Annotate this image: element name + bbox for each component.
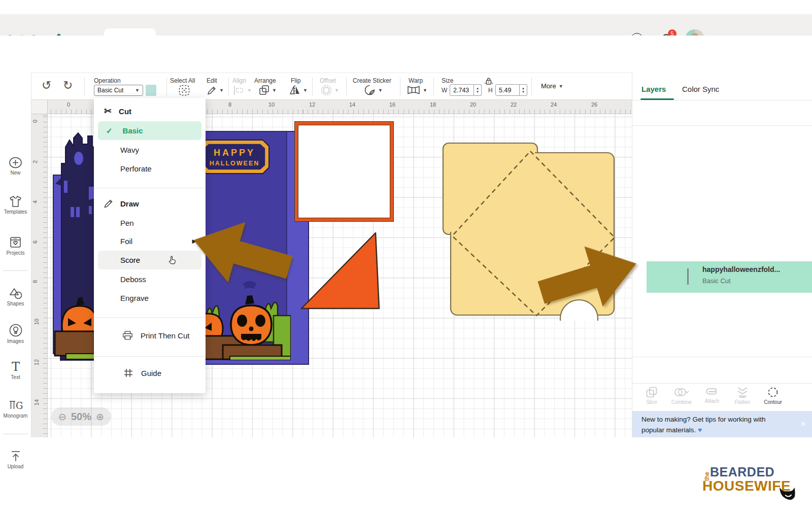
ruler-label: 12 (309, 101, 315, 108)
sidebar-item-label: Shapes (0, 301, 31, 306)
ruler-label: 26 (591, 101, 597, 108)
arrange-layers-icon (259, 85, 269, 95)
menu-item-wavy[interactable]: Wavy (94, 141, 206, 159)
operation-color-swatch[interactable] (146, 85, 156, 96)
tool-attach: Attach (698, 387, 726, 404)
vertical-ruler: 0 2 4 6 8 10 12 14 (31, 114, 48, 437)
project-header: Untitled Project* Save My Stuff Maker 3 … (0, 36, 812, 73)
width-input[interactable]: 2.743 (450, 84, 474, 96)
edit-button[interactable]: ▼ (207, 85, 224, 95)
height-input[interactable]: 5.49 (495, 84, 520, 96)
canvas-object-orange-triangle[interactable] (300, 231, 381, 311)
sidebar-item-text[interactable]: T Text (0, 361, 31, 380)
guide-grid-icon (124, 368, 133, 377)
warp-label: Warp (409, 77, 423, 84)
create-sticker-button[interactable]: ▼ (364, 84, 383, 96)
chevron-down-icon: ▼ (272, 88, 277, 93)
warp-button[interactable]: ▼ (407, 85, 427, 95)
tab-color-sync[interactable]: Color Sync (682, 79, 719, 98)
menu-engrave-label: Engrave (120, 294, 149, 302)
flatten-icon (736, 387, 749, 398)
layers-panel: Layers Color Sync happyhalloweenzfoldcar… (632, 73, 812, 437)
beard-icon (779, 486, 797, 502)
text-icon: T (9, 361, 22, 373)
sidebar-item-label: Projects (0, 250, 31, 256)
menu-item-engrave[interactable]: Engrave (94, 289, 206, 307)
tab-layers[interactable]: Layers (641, 79, 666, 98)
panel-divider (632, 100, 812, 100)
menu-item-basic[interactable]: ✓ Basic (98, 121, 201, 140)
flip-button[interactable]: ▼ (289, 85, 308, 95)
redo-button[interactable]: ↻ (63, 79, 73, 92)
menu-item-guide[interactable]: Guide (94, 364, 206, 382)
shapes-icon (9, 288, 22, 299)
menu-item-print-then-cut[interactable]: Print Then Cut (94, 326, 206, 345)
menu-item-foil[interactable]: Foil ▶ (94, 232, 206, 250)
tool-label: Contour (759, 399, 787, 405)
width-value: 2.743 (453, 87, 469, 94)
tool-label: Slice (638, 399, 665, 405)
design-sidebar: New Templates Projects Shapes Images T T… (0, 73, 31, 437)
sidebar-item-monogram[interactable]: G Monogram (0, 399, 31, 419)
ruler-label: 6 (32, 240, 38, 244)
printer-icon (122, 330, 133, 340)
lock-ratio-icon[interactable] (485, 77, 493, 86)
sidebar-item-label: Templates (0, 209, 31, 215)
operation-label: Operation (94, 77, 121, 84)
hand-cursor-icon (168, 255, 177, 265)
height-stepper[interactable]: ▲▼ (520, 84, 527, 96)
menu-divider (94, 188, 206, 188)
menu-item-pen[interactable]: Pen (94, 214, 206, 232)
menu-item-perforate[interactable]: Perforate (94, 159, 206, 178)
watermark-housewife: HOUSEWIFE (702, 478, 791, 494)
sidebar-item-images[interactable]: Images (0, 324, 31, 344)
panel-divider (632, 357, 812, 357)
tool-flatten: Flatten (729, 387, 756, 405)
undo-button[interactable]: ↺ (42, 79, 51, 92)
zoom-out-icon[interactable]: ⊖ (58, 411, 66, 423)
sidebar-item-templates[interactable]: Templates (0, 195, 31, 215)
sidebar-item-label: Monogram (0, 413, 31, 419)
flip-label: Flip (291, 77, 300, 84)
width-stepper[interactable]: ▲▼ (474, 84, 482, 96)
align-button[interactable]: ▼ (233, 85, 252, 95)
zoom-in-icon[interactable]: ⊕ (96, 411, 104, 423)
layer-row-selected[interactable]: happyhalloweenzfold... Basic Cut (647, 261, 812, 293)
menu-draw-label: Draw (120, 199, 139, 208)
tool-label: Attach (698, 398, 726, 404)
menu-print-then-cut-label: Print Then Cut (141, 331, 189, 340)
menu-basic-label: Basic (123, 126, 143, 135)
zoom-control[interactable]: ⊖ 50% ⊕ (51, 407, 111, 426)
height-value: 5.49 (499, 87, 511, 94)
ruler-label: 12 (33, 359, 40, 365)
select-all-icon (179, 85, 190, 96)
chevron-down-icon: ▼ (423, 88, 427, 93)
chevron-down-icon: ▼ (135, 88, 140, 93)
menu-cut-label: Cut (119, 107, 131, 116)
more-button[interactable]: More▼ (541, 82, 563, 90)
ruler-label: 10 (33, 319, 40, 325)
chevron-down-icon: ▼ (559, 84, 563, 89)
ruler-label: 4 (32, 200, 38, 203)
offset-button[interactable]: ▼ (321, 85, 339, 96)
menu-wavy-label: Wavy (120, 146, 139, 154)
size-label: Size (442, 77, 453, 84)
arrange-button[interactable]: ▼ (259, 85, 277, 95)
canvas-object-orange-frame[interactable] (294, 121, 394, 222)
close-icon[interactable]: ✕ (800, 420, 806, 429)
upload-icon (9, 450, 22, 462)
height-label: H (488, 87, 493, 94)
sidebar-item-label: Text (0, 374, 31, 380)
select-all-label: Select All (170, 77, 195, 84)
tool-combine: Combine (668, 387, 695, 405)
sidebar-item-label: Upload (0, 464, 31, 469)
operation-dropdown[interactable]: Basic Cut▼ (94, 85, 143, 96)
select-all-button[interactable] (179, 85, 190, 96)
offset-icon (321, 85, 332, 96)
monogram-icon: G (9, 399, 23, 411)
sidebar-item-shapes[interactable]: Shapes (0, 288, 31, 306)
sidebar-item-upload[interactable]: Upload (0, 450, 31, 469)
sidebar-item-projects[interactable]: Projects (0, 236, 31, 256)
sidebar-item-new[interactable]: New (0, 157, 31, 176)
tool-contour[interactable]: Contour (759, 387, 787, 405)
